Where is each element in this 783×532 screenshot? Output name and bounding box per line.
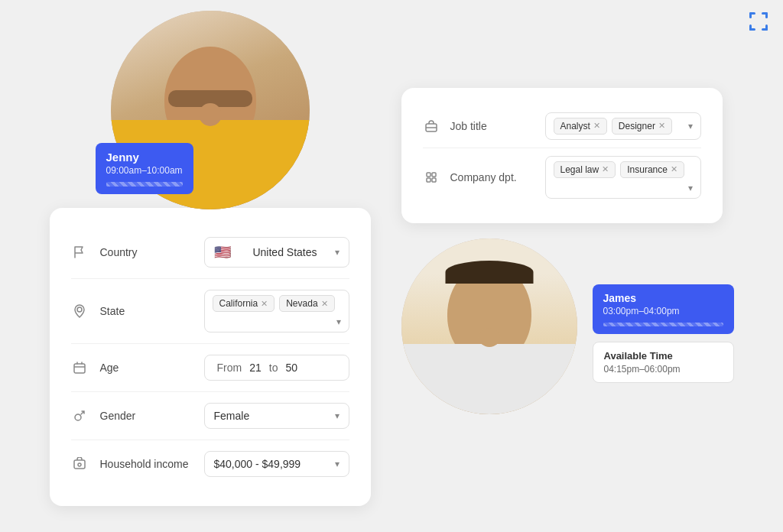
location-icon <box>71 303 88 320</box>
james-time: 03:00pm–04:00pm <box>603 306 723 316</box>
state-select[interactable]: California ✕ Nevada ✕ ▾ <box>204 290 349 332</box>
income-control[interactable]: $40,000 - $49,999 ▾ <box>204 451 349 477</box>
income-row: Household income $40,000 - $49,999 ▾ <box>71 440 349 488</box>
svg-rect-17 <box>432 178 436 182</box>
age-to: 50 <box>285 362 297 374</box>
country-chevron: ▾ <box>335 247 340 258</box>
james-avatar <box>401 238 577 414</box>
age-row: Age From 21 to 50 <box>71 344 349 392</box>
jenny-time: 09:00am–10:00am <box>106 165 183 176</box>
state-row: State California ✕ Nevada ✕ ▾ <box>71 279 349 344</box>
right-panel: Job title Analyst ✕ Designer ✕ ▾ <box>401 88 734 414</box>
income-icon <box>71 456 88 472</box>
briefcase-icon <box>423 118 440 135</box>
remove-insurance[interactable]: ✕ <box>671 164 677 174</box>
svg-rect-3 <box>765 12 768 18</box>
company-dept-control[interactable]: Legal law ✕ Insurance ✕ ▾ <box>545 156 701 199</box>
james-cards: James 03:00pm–04:00pm Available Time 04:… <box>593 284 734 383</box>
country-label: Country <box>100 246 192 258</box>
gender-label: Gender <box>100 410 192 422</box>
company-dept-label: Company dpt. <box>450 171 534 183</box>
job-tag-designer[interactable]: Designer ✕ <box>612 118 672 135</box>
company-dept-chevron: ▾ <box>688 183 693 193</box>
svg-rect-1 <box>749 12 752 18</box>
company-tag-legallaw[interactable]: Legal law ✕ <box>554 161 616 178</box>
age-range: From 21 to 50 <box>204 355 349 381</box>
scan-icon[interactable] <box>748 11 769 35</box>
job-title-row: Job title Analyst ✕ Designer ✕ ▾ <box>423 105 701 148</box>
country-row: Country 🇺🇸 United States ▾ <box>71 226 349 279</box>
job-title-chevron: ▾ <box>688 121 693 131</box>
to-label: to <box>269 362 278 374</box>
james-name-badge: James 03:00pm–04:00pm <box>593 284 734 334</box>
age-from: 21 <box>249 362 262 374</box>
job-filter-card: Job title Analyst ✕ Designer ✕ ▾ <box>401 88 723 223</box>
svg-rect-16 <box>427 178 430 182</box>
country-flag: 🇺🇸 <box>214 244 231 261</box>
remove-legallaw[interactable]: ✕ <box>602 164 609 174</box>
gender-icon <box>71 407 88 424</box>
james-section: James 03:00pm–04:00pm Available Time 04:… <box>401 238 734 414</box>
age-control: From 21 to 50 <box>204 355 349 381</box>
svg-rect-7 <box>765 24 768 31</box>
svg-rect-5 <box>749 24 752 31</box>
building-icon <box>423 169 440 186</box>
job-title-control[interactable]: Analyst ✕ Designer ✕ ▾ <box>545 112 701 140</box>
income-chevron: ▾ <box>335 459 340 469</box>
age-icon <box>71 359 88 376</box>
left-panel: Jenny 09:00am–10:00am Country 🇺🇸 Unite <box>50 11 371 506</box>
svg-rect-9 <box>74 364 85 373</box>
available-title: Available Time <box>604 350 723 362</box>
company-tag-insurance[interactable]: Insurance ✕ <box>620 161 684 178</box>
gender-value: Female <box>214 410 250 422</box>
james-name: James <box>603 292 723 304</box>
main-container: Jenny 09:00am–10:00am Country 🇺🇸 Unite <box>0 0 783 532</box>
country-select[interactable]: 🇺🇸 United States ▾ <box>204 237 349 268</box>
jenny-avatar-wrapper: Jenny 09:00am–10:00am <box>111 11 310 209</box>
james-stripe <box>603 323 723 326</box>
svg-rect-14 <box>427 173 430 177</box>
state-label: State <box>100 305 192 317</box>
available-time: 04:15pm–06:00pm <box>604 364 723 375</box>
jenny-name: Jenny <box>106 151 183 164</box>
state-control[interactable]: California ✕ Nevada ✕ ▾ <box>204 290 349 332</box>
company-dept-row: Company dpt. Legal law ✕ Insurance ✕ ▾ <box>423 148 701 206</box>
country-value: United States <box>252 246 317 258</box>
remove-analyst[interactable]: ✕ <box>593 121 600 131</box>
state-chevron: ▾ <box>336 316 341 327</box>
job-tag-analyst[interactable]: Analyst ✕ <box>554 118 607 135</box>
filter-card: Country 🇺🇸 United States ▾ <box>50 208 371 506</box>
income-label: Household income <box>100 458 192 470</box>
jenny-name-badge: Jenny 09:00am–10:00am <box>96 143 193 194</box>
remove-designer[interactable]: ✕ <box>658 121 665 131</box>
remove-nevada[interactable]: ✕ <box>321 299 328 309</box>
flag-icon <box>71 244 88 261</box>
job-title-label: Job title <box>450 120 534 132</box>
state-tag-california[interactable]: California ✕ <box>213 295 275 312</box>
remove-california[interactable]: ✕ <box>261 299 268 309</box>
svg-rect-15 <box>432 173 436 177</box>
james-face-bg <box>401 238 577 414</box>
available-time-card: Available Time 04:15pm–06:00pm <box>593 342 734 383</box>
gender-row: Gender Female ▾ <box>71 392 349 440</box>
job-title-select[interactable]: Analyst ✕ Designer ✕ ▾ <box>545 112 701 140</box>
svg-point-10 <box>75 414 81 420</box>
age-label: Age <box>100 362 192 374</box>
gender-chevron: ▾ <box>335 410 340 421</box>
company-dept-select[interactable]: Legal law ✕ Insurance ✕ ▾ <box>545 156 701 199</box>
country-control[interactable]: 🇺🇸 United States ▾ <box>204 237 349 268</box>
from-label: From <box>217 362 242 374</box>
svg-point-8 <box>77 307 82 312</box>
svg-rect-11 <box>74 460 85 469</box>
jenny-stripe <box>106 182 183 187</box>
income-value: $40,000 - $49,999 <box>214 458 301 470</box>
gender-select[interactable]: Female ▾ <box>204 403 349 429</box>
svg-point-12 <box>78 463 81 466</box>
gender-control[interactable]: Female ▾ <box>204 403 349 429</box>
state-tag-nevada[interactable]: Nevada ✕ <box>279 295 334 312</box>
income-select[interactable]: $40,000 - $49,999 ▾ <box>204 451 349 477</box>
